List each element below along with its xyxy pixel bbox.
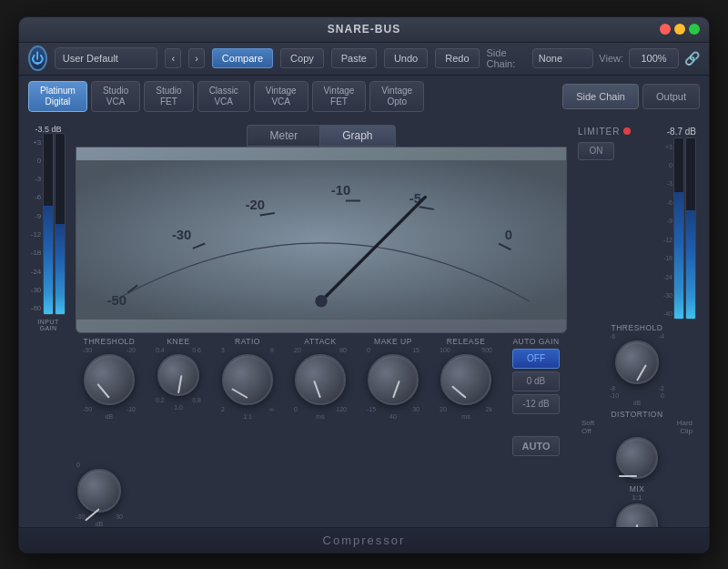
svg-text:-20: -20 [246,197,265,211]
limiter-threshold-group: THRESHOLD -6 -4 -8 -2 -10 0 dB [574,323,700,406]
attack-bottom-scale: 0 120 [294,406,347,412]
redo-button[interactable]: Redo [435,48,479,68]
preset-select[interactable]: User Default [55,47,158,69]
limiter-threshold-knob[interactable] [615,340,659,384]
out-scale--6: -6 [667,199,672,206]
power-button[interactable]: ⏻ [28,46,47,71]
title-bar: SNARE-BUS [19,17,709,43]
svg-text:-30: -30 [172,228,191,242]
input-gain-unit: dB [96,521,104,527]
lim-thresh-bl2: -10 [610,392,619,399]
limiter-on-button[interactable]: ON [578,142,614,160]
paste-button[interactable]: Paste [331,48,377,68]
output-meter-bar-r [685,137,696,320]
auto-gain-12db-button[interactable]: -12 dB [512,394,560,414]
threshold-knob[interactable] [84,354,135,405]
threshold-knob-group: THRESHOLD -30 -20 -50 -10 dB [83,337,136,420]
release-top-scale: 100 500 [440,347,492,353]
knee-scale-l: 0.4 [156,347,165,353]
ratio-scale-br: ∞ [269,406,274,412]
nav-next-button[interactable]: › [188,48,205,68]
attack-knob-group: ATTACK 20 80 0 120 ms [294,337,347,420]
makeup-scale-br: 30 [412,406,420,412]
ratio-knob[interactable] [222,354,273,405]
side-chain-monitor-button[interactable]: Side Chain [562,84,639,109]
makeup-top-scale: 0 15 [367,347,420,353]
input-gain-knob[interactable] [77,469,121,513]
type-btn-vintage-vca[interactable]: Vintage VCA [254,81,308,112]
lim-thresh-tl: -6 [610,333,615,340]
svg-text:-10: -10 [331,182,350,197]
distortion-sublabels: Off Clip [578,427,696,435]
analog-meter-box: Meter Graph [76,125,567,333]
auto-gain-off-button[interactable]: OFF [512,349,560,369]
threshold-label: THRESHOLD [84,337,136,346]
input-scale: +3 0 -3 -6 -9 -12 -18 -24 -30 -60 [31,137,42,315]
release-knob[interactable] [440,354,491,405]
makeup-scale-r: 15 [412,347,420,353]
limiter-on-row: ON +3 0 -3 -6 -9 -12 -18 -24 -30 [574,142,700,320]
output-monitor-button[interactable]: Output [642,84,700,109]
scale--24-label: -24 [31,269,42,276]
makeup-knob[interactable] [368,354,419,405]
release-scale-r: 500 [481,347,492,353]
sidechain-area: Side Chain: None View: 🔗 [487,47,701,69]
copy-button[interactable]: Copy [280,48,324,68]
type-btn-vintage-fet[interactable]: Vintage FET [312,81,367,112]
link-icon[interactable]: 🔗 [684,51,700,66]
auto-gain-0db-button[interactable]: 0 dB [512,371,560,391]
ratio-label: RATIO [235,337,260,346]
dist-off-label: Off [581,427,592,435]
center-panel: Meter Graph [76,125,567,527]
knee-bottom-scale: 0.2 0.8 [156,397,201,403]
auto-button[interactable]: AUTO [512,436,560,456]
output-meter-bar-l [673,137,684,320]
plugin-window: SNARE-BUS ⏻ User Default ‹ › Compare Cop… [18,16,710,554]
distortion-knob[interactable] [616,437,658,479]
type-btn-platinum-digital[interactable]: Platinum Digital [28,81,87,112]
mix-knob[interactable] [616,503,658,527]
makeup-bottom-scale: -15 30 [367,406,420,412]
attack-knob[interactable] [295,354,346,405]
close-button[interactable] [660,24,671,35]
minimize-button[interactable] [674,24,685,35]
release-scale-br: 2k [486,406,492,412]
release-scale-bl: 20 [440,406,447,412]
type-btn-studio-vca[interactable]: Studio VCA [91,81,140,112]
maximize-button[interactable] [689,24,700,35]
window-title: SNARE-BUS [328,23,400,36]
nav-prev-button[interactable]: ‹ [165,48,181,68]
type-btn-vintage-opto[interactable]: Vintage Opto [369,81,424,112]
attack-scale-l: 20 [294,347,301,353]
attack-top-scale: 20 80 [294,347,347,353]
sidechain-select[interactable]: None [532,48,594,68]
knee-scale-r: 0.6 [192,347,201,353]
compare-button[interactable]: Compare [212,48,273,68]
ratio-top-scale: 3 8 [221,347,274,353]
svg-text:-50: -50 [107,292,126,307]
threshold-scale-r: -20 [126,347,136,353]
svg-text:0: 0 [505,228,512,242]
meter-tab-graph[interactable]: Graph [319,125,395,147]
lim-thresh-bl: -8 [610,385,615,391]
release-bottom-scale: 20 2k [440,406,492,412]
knee-knob[interactable] [157,354,199,396]
makeup-scale-l: 0 [367,347,370,353]
undo-button[interactable]: Undo [384,48,428,68]
input-gain-scale-l: 0 [76,462,80,468]
scale-0-label: 0 [37,157,41,165]
knee-scale-br: 0.8 [192,397,201,403]
knee-label: KNEE [167,337,189,346]
meter-tab-meter[interactable]: Meter [247,125,319,147]
type-btn-studio-fet[interactable]: Studio FET [144,81,193,112]
type-btn-classic-vca[interactable]: Classic VCA [197,81,250,112]
knee-scale-bl: 0.2 [156,397,165,403]
out-scale--40: -40 [663,310,672,317]
limiter-header-row: LIMITER -8.7 dB [574,125,700,138]
out-scale--12: -12 [663,237,672,243]
view-label: View: [599,53,623,64]
view-input[interactable] [629,48,679,68]
input-gain-scale-bl: -30 [76,513,85,520]
bottom-bar: Compressor [19,527,709,553]
lim-thresh-top-scale: -6 -4 [610,333,664,340]
